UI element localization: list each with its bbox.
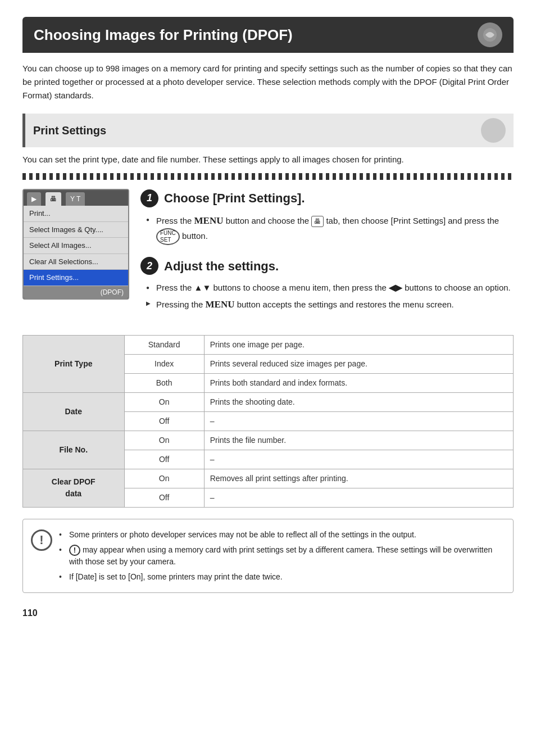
step1-bullets: Press the MENU button and choose the 🖶 t…: [140, 212, 514, 247]
cleardpof-header: Clear DPOFdata: [23, 469, 125, 507]
notes-box: ! Some printers or photo developer servi…: [22, 519, 514, 593]
step1-title: Choose [Print Settings].: [164, 189, 305, 207]
camera-tab-settings: Y T: [66, 192, 85, 206]
note1: Some printers or photo developer service…: [59, 527, 504, 542]
cleardpof-on-desc: Removes all print settings after printin…: [204, 469, 513, 488]
table-row: Print Type Standard Prints one image per…: [23, 335, 514, 354]
print-type-standard-desc: Prints one image per page.: [204, 335, 513, 354]
step2-bullets: Press the ▲▼ buttons to choose a menu it…: [140, 280, 514, 314]
camera-menu-screenshot: ▶ 🖶 Y T Print... Select Images & Qty....…: [22, 189, 129, 300]
fileno-off-desc: –: [204, 450, 513, 469]
up-down-arrows: ▲▼: [194, 283, 211, 292]
menu-item-select-all: Select All Images...: [24, 238, 128, 254]
camera-menu-tabs: ▶ 🖶 Y T: [24, 190, 128, 206]
camera-tab-play: ▶: [27, 192, 41, 206]
section-desc: You can set the print type, date and fil…: [22, 153, 514, 166]
section-icon: [481, 118, 506, 143]
warning-icon-inline: !: [69, 545, 80, 556]
step2-number: 2: [140, 257, 158, 275]
title-icon: [478, 22, 502, 47]
table-row: Date On Prints the shooting date.: [23, 392, 514, 411]
table-row: Clear DPOFdata On Removes all print sett…: [23, 469, 514, 488]
steps-column: 1 Choose [Print Settings]. Press the MEN…: [140, 189, 514, 324]
page-title: Choosing Images for Printing (DPOF): [34, 24, 293, 46]
menu-bold-text2: MENU: [206, 299, 235, 310]
cleardpof-off-desc: –: [204, 488, 513, 507]
step1-heading: 1 Choose [Print Settings].: [140, 189, 514, 207]
menu-item-clear-all: Clear All Selections...: [24, 254, 128, 270]
section-title: Print Settings: [33, 122, 106, 139]
steps-container: ▶ 🖶 Y T Print... Select Images & Qty....…: [22, 189, 514, 324]
camera-tab-print: 🖶: [46, 192, 61, 206]
step1-bullet1: Press the MENU button and choose the 🖶 t…: [146, 212, 514, 247]
section-header: Print Settings: [22, 114, 514, 147]
settings-table: Print Type Standard Prints one image per…: [22, 335, 514, 508]
fileno-on: On: [124, 431, 204, 450]
menu-bold-text: MENU: [194, 215, 224, 226]
date-off: Off: [124, 411, 204, 431]
date-on: On: [124, 392, 204, 411]
step2-block: 2 Adjust the settings. Press the ▲▼ butt…: [140, 257, 514, 314]
date-header: Date: [23, 392, 125, 431]
date-on-desc: Prints the shooting date.: [204, 392, 513, 411]
info-icon: !: [31, 529, 52, 551]
page-number: 110: [22, 606, 514, 620]
print-type-index-desc: Prints several reduced size images per p…: [204, 354, 513, 373]
print-type-index: Index: [124, 354, 204, 373]
note3: If [Date] is set to [On], some printers …: [59, 569, 504, 585]
menu-item-print-settings: Print Settings...: [24, 270, 128, 286]
date-off-desc: –: [204, 411, 513, 431]
print-type-both-desc: Prints both standard and index formats.: [204, 373, 513, 392]
print-type-standard: Standard: [124, 335, 204, 354]
print-type-both: Both: [124, 373, 204, 392]
step2-heading: 2 Adjust the settings.: [140, 257, 514, 275]
step1-block: 1 Choose [Print Settings]. Press the MEN…: [140, 189, 514, 247]
step1-number: 1: [140, 189, 158, 207]
fileno-off: Off: [124, 450, 204, 469]
note2: ! may appear when using a memory card wi…: [59, 542, 504, 569]
print-tab-icon: 🖶: [311, 216, 324, 227]
notes-list: Some printers or photo developer service…: [59, 527, 504, 585]
step2-bullet2: Pressing the MENU button accepts the set…: [146, 296, 514, 314]
menu-item-print: Print...: [24, 206, 128, 222]
menu-item-select-images: Select Images & Qty....: [24, 222, 128, 238]
func-set-button: FUNCSET: [156, 228, 180, 245]
cleardpof-on: On: [124, 469, 204, 488]
fileno-header: File No.: [23, 431, 125, 469]
zebra-divider: [22, 173, 514, 180]
camera-menu-footer: (DPOF): [24, 286, 128, 298]
print-type-header: Print Type: [23, 335, 125, 392]
camera-menu-items: Print... Select Images & Qty.... Select …: [24, 206, 128, 286]
step2-title: Adjust the settings.: [164, 257, 279, 275]
intro-paragraph: You can choose up to 998 images on a mem…: [22, 62, 514, 102]
left-right-arrows: ◀▶: [389, 283, 402, 292]
fileno-on-desc: Prints the file number.: [204, 431, 513, 450]
step2-bullet1: Press the ▲▼ buttons to choose a menu it…: [146, 280, 514, 296]
table-row: File No. On Prints the file number.: [23, 431, 514, 450]
page-title-bar: Choosing Images for Printing (DPOF): [22, 17, 514, 53]
cleardpof-off: Off: [124, 488, 204, 507]
